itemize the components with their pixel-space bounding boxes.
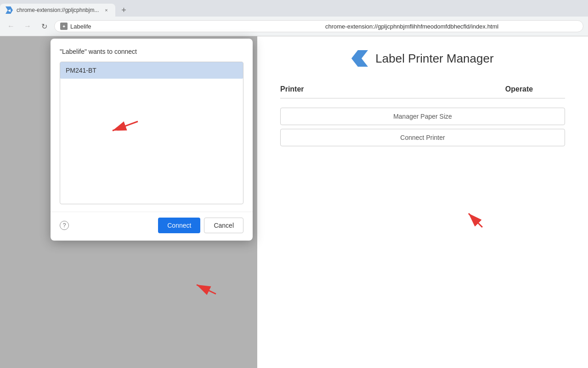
browser-chrome: ◄ chrome-extension://gpljcphnbjm... × + … [0, 0, 588, 36]
new-tab-button[interactable]: + [117, 4, 130, 17]
dialog-title: "Labelife" wants to connect [60, 48, 243, 55]
connect-printer-button[interactable]: Connect Printer [280, 129, 565, 146]
forward-button[interactable]: → [21, 20, 34, 33]
app-title: Label Printer Manager [375, 52, 493, 66]
app-content: Label Printer Manager Printer Operate Ma… [257, 36, 588, 368]
dialog-footer: ? Connect Cancel [51, 212, 253, 241]
refresh-button[interactable]: ↻ [38, 20, 51, 33]
tab-close-button[interactable]: × [102, 6, 110, 14]
device-list: PM241-BT [60, 62, 243, 204]
tab-favicon-icon: ◄ [6, 6, 13, 14]
svg-marker-0 [351, 50, 368, 67]
back-button[interactable]: ← [5, 20, 17, 33]
extension-icon: ✦ [60, 23, 68, 30]
address-bar: ← → ↻ ✦ Labelife chrome-extension://gplj… [0, 17, 588, 36]
col-operate-header: Operate [473, 85, 565, 93]
app-header: Label Printer Manager [280, 50, 565, 67]
bluetooth-dialog: "Labelife" wants to connect PM241-BT ? C… [51, 39, 253, 241]
tab-title: chrome-extension://gpljcphnbjm... [17, 7, 99, 13]
dialog-buttons: Connect Cancel [158, 218, 243, 233]
device-item[interactable]: PM241-BT [60, 62, 243, 79]
printer-table-header: Printer Operate [280, 85, 565, 98]
help-icon[interactable]: ? [60, 221, 69, 230]
site-label: Labelife [70, 23, 322, 30]
tab-bar: ◄ chrome-extension://gpljcphnbjm... × + [0, 0, 588, 17]
col-printer-header: Printer [280, 85, 473, 93]
browser-tab[interactable]: ◄ chrome-extension://gpljcphnbjm... × [0, 4, 115, 17]
manager-paper-size-button[interactable]: Manager Paper Size [280, 108, 565, 125]
connect-button[interactable]: Connect [158, 218, 200, 233]
address-input-wrapper[interactable]: ✦ Labelife chrome-extension://gpljcphnbj… [54, 20, 583, 32]
page-content: "Labelife" wants to connect PM241-BT ? C… [0, 36, 588, 368]
cancel-button[interactable]: Cancel [204, 218, 243, 233]
dialog-content: "Labelife" wants to connect PM241-BT [51, 39, 253, 212]
address-text: chrome-extension://gpljcphnbjmflihhfmeod… [325, 23, 577, 30]
dialog-overlay: "Labelife" wants to connect PM241-BT ? C… [0, 36, 257, 368]
app-logo-icon [351, 50, 368, 67]
table-body: Manager Paper Size Connect Printer [280, 108, 565, 146]
